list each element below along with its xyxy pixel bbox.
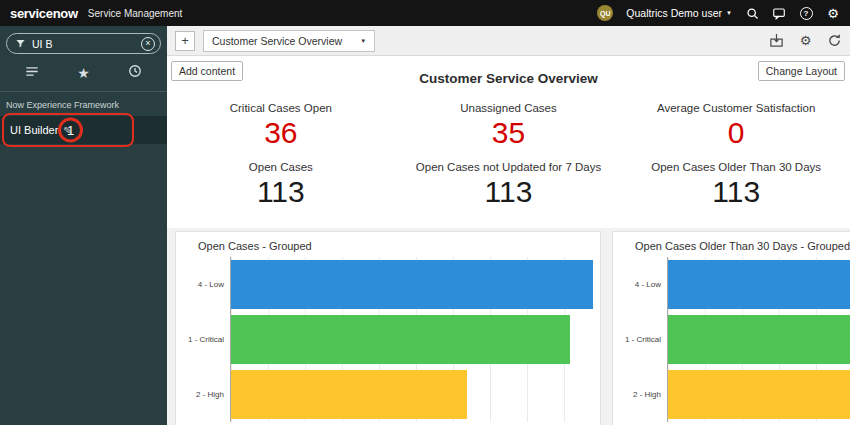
add-content-button[interactable]: Add content <box>171 61 243 81</box>
dashboard-title: Customer Service Overview <box>167 71 850 86</box>
history-clock-icon[interactable] <box>128 64 142 82</box>
chart-plot: 4 - Low1 - Critical2 - High <box>613 257 850 422</box>
toolbar-actions: ⚙ <box>769 33 842 48</box>
bar-category-label: 4 - Low <box>176 280 230 289</box>
servicenow-logo: servicenow <box>10 6 78 21</box>
stat-label: Open Cases <box>167 161 395 173</box>
bar-track <box>667 257 850 312</box>
application-section-label: Now Experience Framework <box>0 92 167 116</box>
stat-label: Average Customer Satisfaction <box>622 102 850 114</box>
chart-title: Open Cases - Grouped <box>198 240 600 252</box>
filter-navigator-sidebar: UI B × ★ Now Experience Framework UI Bui… <box>0 26 167 425</box>
chat-icon[interactable] <box>772 6 786 20</box>
stat-label: Critical Cases Open <box>167 102 395 114</box>
header-actions: QU Qualtrics Demo user ▼ ? ⚙ <box>597 5 840 21</box>
bar-row: 2 - High <box>613 367 850 422</box>
bar-track <box>230 257 600 312</box>
bar-track <box>667 367 850 422</box>
filter-funnel-icon <box>15 35 26 53</box>
stat-value: 113 <box>395 175 623 210</box>
bar-row: 2 - High <box>176 367 600 422</box>
stat-card: Average Customer Satisfaction0 <box>622 102 850 151</box>
stat-value: 113 <box>622 175 850 210</box>
clear-search-icon[interactable]: × <box>141 37 155 51</box>
chevron-down-icon: ▼ <box>726 10 732 16</box>
stat-card: Critical Cases Open36 <box>167 102 395 151</box>
annotation-step-badge: 1 <box>58 118 83 143</box>
user-avatar[interactable]: QU <box>597 5 613 21</box>
stat-label: Open Cases not Updated for 7 Days <box>395 161 623 173</box>
bar <box>231 370 467 419</box>
stat-card: Unassigned Cases35 <box>395 102 623 151</box>
bar <box>231 260 593 309</box>
navigator-search-input[interactable]: UI B × <box>6 33 161 54</box>
all-applications-icon[interactable] <box>25 64 39 82</box>
dashboard-settings-gear-icon[interactable]: ⚙ <box>798 33 813 48</box>
bar-category-label: 2 - High <box>613 390 667 399</box>
chevron-down-icon: ▼ <box>360 38 366 44</box>
chart-plot: 4 - Low1 - Critical2 - High <box>176 257 600 422</box>
bar-category-label: 2 - High <box>176 390 230 399</box>
search-icon[interactable] <box>745 6 759 20</box>
dashboard-select-value: Customer Service Overview <box>212 35 342 47</box>
bar <box>231 315 570 364</box>
dashboard-select[interactable]: Customer Service Overview ▼ <box>203 30 375 52</box>
bar-row: 4 - Low <box>613 257 850 312</box>
bar-category-label: 1 - Critical <box>613 335 667 344</box>
change-layout-button[interactable]: Change Layout <box>758 61 845 81</box>
bar-row: 1 - Critical <box>613 312 850 367</box>
favorites-star-icon[interactable]: ★ <box>77 66 90 80</box>
bar-row: 4 - Low <box>176 257 600 312</box>
refresh-icon[interactable] <box>827 33 842 48</box>
search-query-text: UI B <box>32 38 135 50</box>
bar-track <box>230 312 600 367</box>
stat-label: Open Cases Older Than 30 Days <box>622 161 850 173</box>
user-menu[interactable]: Qualtrics Demo user ▼ <box>626 7 732 19</box>
stat-value: 36 <box>167 116 395 151</box>
stat-card: Open Cases Older Than 30 Days113 <box>622 161 850 210</box>
ui-builder-label: UI Builder <box>10 124 58 136</box>
product-title: Service Management <box>88 8 183 19</box>
chart-title: Open Cases Older Than 30 Days - Grouped <box>635 240 850 252</box>
chart-open-cases-older-grouped: Open Cases Older Than 30 Days - Grouped … <box>612 231 850 425</box>
bar-track <box>667 312 850 367</box>
help-icon[interactable]: ? <box>799 6 813 20</box>
dashboard-toolbar: + Customer Service Overview ▼ ⚙ <box>167 26 850 56</box>
settings-gear-icon[interactable]: ⚙ <box>826 6 840 20</box>
user-name-label: Qualtrics Demo user <box>626 7 722 19</box>
bar-category-label: 4 - Low <box>613 280 667 289</box>
stat-value: 113 <box>167 175 395 210</box>
bar-category-label: 1 - Critical <box>176 335 230 344</box>
navigator-tabs: ★ <box>0 54 167 92</box>
question-mark: ? <box>800 7 813 20</box>
bar <box>668 315 850 364</box>
bar <box>668 370 850 419</box>
stat-label: Unassigned Cases <box>395 102 623 114</box>
save-dashboard-icon[interactable] <box>769 33 784 48</box>
stat-card: Open Cases not Updated for 7 Days113 <box>395 161 623 210</box>
chart-open-cases-grouped: Open Cases - Grouped 4 - Low1 - Critical… <box>175 231 601 425</box>
bar-row: 1 - Critical <box>176 312 600 367</box>
stat-value: 35 <box>395 116 623 151</box>
stats-grid: Critical Cases Open36Unassigned Cases35A… <box>167 102 850 209</box>
dashboard-canvas: Add content Change Layout Customer Servi… <box>167 56 850 228</box>
stat-card: Open Cases113 <box>167 161 395 210</box>
bar-track <box>230 367 600 422</box>
stat-value: 0 <box>622 116 850 151</box>
add-tab-button[interactable]: + <box>175 31 195 51</box>
app-header: servicenow Service Management QU Qualtri… <box>0 0 850 26</box>
bar <box>668 260 850 309</box>
sidebar-item-ui-builder[interactable]: UI Builder ✎ 1 <box>0 116 167 144</box>
